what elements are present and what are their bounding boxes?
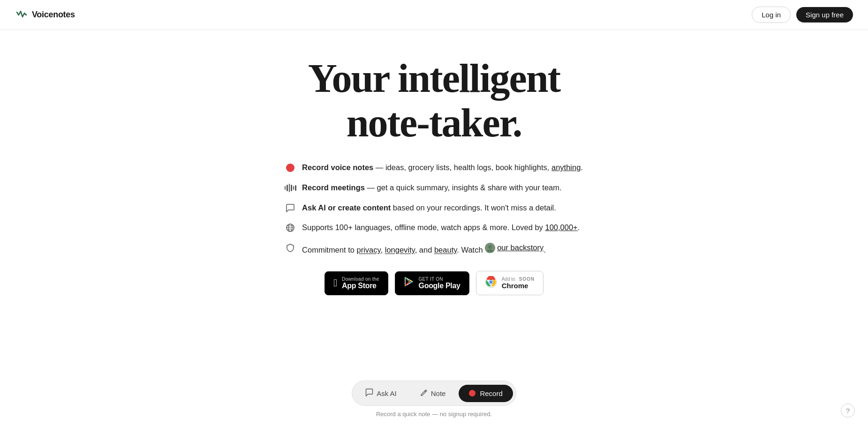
header-actions: Log in Sign up free <box>752 7 853 23</box>
waveform-icon <box>285 183 295 193</box>
longevity-link[interactable]: longevity <box>385 246 415 254</box>
backstory-link[interactable]: our backstory <box>497 242 543 254</box>
bottom-bar: Ask AI Note Record Record a quick note —… <box>0 381 868 426</box>
action-bar: Ask AI Note Record <box>352 381 516 406</box>
signup-button[interactable]: Sign up free <box>796 7 853 22</box>
feature-ai: Ask AI or create content based on your r… <box>285 202 583 214</box>
chat-bubble-icon <box>285 203 295 213</box>
hero-title: Your intelligent note‑taker. <box>308 56 560 145</box>
feature-meetings-text: Record meetings — get a quick summary, i… <box>302 182 562 194</box>
logo-icon <box>15 8 28 22</box>
chrome-button[interactable]: Add to SOON Chrome <box>476 271 543 295</box>
svg-line-11 <box>410 282 413 283</box>
googleplay-button[interactable]: GET IT ON Google Play <box>395 271 469 295</box>
svg-point-15 <box>490 281 492 284</box>
beauty-link[interactable]: beauty <box>434 246 457 254</box>
logo-text: Voicenotes <box>32 10 75 20</box>
feature-meetings: Record meetings — get a quick summary, i… <box>285 182 583 194</box>
logo: Voicenotes <box>15 8 75 22</box>
note-button[interactable]: Note <box>410 384 456 403</box>
record-dot-icon <box>469 390 476 396</box>
pencil-icon <box>420 389 428 398</box>
feature-voice-text: Record voice notes — ideas, grocery list… <box>302 162 583 173</box>
main-content: Your intelligent note‑taker. Record voic… <box>0 0 868 295</box>
login-button[interactable]: Log in <box>752 7 791 23</box>
anything-link[interactable]: anything <box>551 163 581 172</box>
bottom-hint: Record a quick note — no signup required… <box>376 411 492 418</box>
globe-icon <box>285 223 295 233</box>
feature-commitment: Commitment to privacy, longevity, and be… <box>285 242 583 256</box>
users-count-link[interactable]: 100,000+ <box>545 223 577 232</box>
privacy-link[interactable]: privacy <box>357 246 381 254</box>
svg-point-6 <box>488 245 492 249</box>
ask-ai-button[interactable]: Ask AI <box>355 384 407 403</box>
feature-languages: Supports 100+ languages, offline mode, w… <box>285 222 583 233</box>
record-button[interactable]: Record <box>459 385 513 402</box>
apple-icon:  <box>333 277 337 289</box>
shield-icon <box>285 243 295 253</box>
record-circle-icon <box>285 163 295 173</box>
feature-languages-text: Supports 100+ languages, offline mode, w… <box>302 222 580 233</box>
feature-voice: Record voice notes — ideas, grocery list… <box>285 162 583 173</box>
googleplay-icon <box>404 277 414 290</box>
features-list: Record voice notes — ideas, grocery list… <box>285 162 583 256</box>
chat-icon <box>365 389 373 398</box>
feature-ai-text: Ask AI or create content based on your r… <box>302 202 556 214</box>
help-button[interactable]: ? <box>841 404 855 418</box>
header: Voicenotes Log in Sign up free <box>0 0 868 30</box>
chrome-icon <box>485 276 497 290</box>
feature-commitment-text: Commitment to privacy, longevity, and be… <box>302 242 546 256</box>
appstore-button[interactable]:  Download on the App Store <box>325 271 388 295</box>
download-buttons:  Download on the App Store GET IT ON Go… <box>325 271 543 295</box>
